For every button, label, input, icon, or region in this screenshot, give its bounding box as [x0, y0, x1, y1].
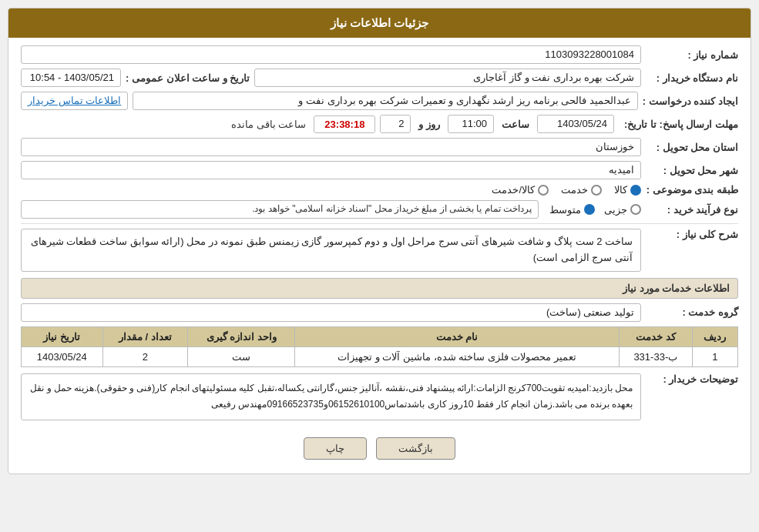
divider-1	[21, 223, 738, 224]
tarikh-elan-value: 1403/05/21 - 10:54	[21, 69, 121, 87]
tabaqe-option-kala-khedmat[interactable]: کالا/خدمت	[492, 184, 549, 196]
mohlat-roz-value: 2	[380, 115, 411, 133]
mohlat-saat-value: 11:00	[448, 115, 494, 133]
tozihat-label: توضیحات خریدار :	[646, 373, 738, 385]
ij-konande-link[interactable]: اطلاعات تماس خریدار	[21, 92, 128, 110]
countdown-box: 23:38:18	[314, 115, 375, 133]
mohlat-date: 1403/05/24	[537, 115, 614, 133]
col-radif: ردیف	[692, 326, 737, 346]
tabaqe-label-kala: کالا	[614, 184, 627, 196]
noe-desc: پرداخت تمام یا بخشی از مبلغ خریداز محل "…	[21, 200, 539, 219]
mohlat-roz-label: روز و	[418, 119, 440, 130]
mohlat-label: مهلت ارسال پاسخ: تا تاریخ:	[619, 119, 738, 130]
tabaqe-option-kala[interactable]: کالا	[614, 184, 641, 196]
ij-konande-label: ایجاد کننده درخواست :	[643, 95, 738, 107]
tabaqe-radio-group: کالا خدمت کالا/خدمت	[21, 184, 641, 196]
tozihat-value: محل بازدید:امیدیه تقویت700کرنج الزامات:ا…	[21, 373, 641, 420]
remaining-label: ساعت باقی مانده	[231, 119, 306, 130]
services-table: ردیف کد خدمت نام خدمت واحد اندازه گیری ت…	[21, 326, 738, 367]
table-cell-2: تعمیر محصولات فلزی ساخته شده، ماشین آلات…	[295, 346, 620, 366]
tabaqe-label: طبقه بندی موضوعی :	[646, 184, 738, 196]
table-cell-5: 1403/05/24	[22, 346, 103, 366]
print-button[interactable]: چاپ	[304, 437, 367, 460]
tabaqe-radio-kala	[630, 185, 641, 196]
col-tarikh: تاریخ نیاز	[22, 326, 103, 346]
col-vahed: واحد اندازه گیری	[188, 326, 295, 346]
goroh-label: گروه خدمت :	[646, 306, 738, 318]
noe-label-motavas: متوسط	[549, 204, 581, 216]
tabaqe-label-kala-khedmat: کالا/خدمت	[492, 184, 535, 196]
noe-praind-radio-group: جزیی متوسط	[549, 204, 641, 216]
tabaqe-label-khedmat: خدمت	[561, 184, 588, 196]
col-kod: کد خدمت	[619, 326, 692, 346]
nam-dastgah-value: شرکت بهره برداری نفت و گاز آغاجاری	[254, 69, 641, 87]
ij-konande-value: عبدالحمید فالحی برنامه ریز ارشد نگهداری …	[133, 92, 638, 110]
ostan-label: استان محل تحویل :	[646, 142, 738, 153]
noe-radio-jozi	[630, 204, 641, 215]
noe-option-jozi[interactable]: جزیی	[604, 204, 641, 216]
shomara-niaz-value: 1103093228001084	[21, 45, 641, 64]
noe-label-jozi: جزیی	[604, 204, 627, 216]
table-cell-4: 2	[102, 346, 187, 366]
tabaqe-radio-khedmat	[591, 185, 602, 196]
goroh-value: تولید صنعتی (ساخت)	[21, 303, 641, 322]
noe-praind-label: نوع فرآیند خرید :	[646, 204, 738, 216]
sharh-value: ساخت 2 ست پلاگ و شافت شیرهای آنتی سرج مر…	[21, 229, 641, 272]
shomara-niaz-label: شماره نیاز :	[646, 49, 738, 61]
noe-radio-motavas	[584, 204, 595, 215]
table-cell-3: ست	[188, 346, 295, 366]
button-row: بازگشت چاپ	[21, 431, 738, 466]
tabaqe-option-khedmat[interactable]: خدمت	[561, 184, 602, 196]
mohlat-saat-label: ساعت	[502, 119, 529, 130]
service-section-title: اطلاعات خدمات مورد نیاز	[21, 278, 738, 299]
page-title: جزئیات اطلاعات نیاز	[331, 16, 428, 29]
back-button[interactable]: بازگشت	[376, 437, 455, 460]
tabaqe-radio-kala-khedmat	[538, 185, 549, 196]
table-cell-1: ب-33-331	[619, 346, 692, 366]
page-header: جزئیات اطلاعات نیاز	[8, 8, 751, 38]
col-nam: نام خدمت	[295, 326, 620, 346]
table-row: 1ب-33-331تعمیر محصولات فلزی ساخته شده، م…	[22, 346, 738, 366]
tarikh-elan-label: تاریخ و ساعت اعلان عمومی :	[126, 72, 250, 84]
noe-option-motavas[interactable]: متوسط	[549, 204, 595, 216]
col-tedad: تعداد / مقدار	[102, 326, 187, 346]
table-cell-0: 1	[692, 346, 737, 366]
shahr-label: شهر محل تحویل :	[646, 165, 738, 176]
nam-dastgah-label: نام دستگاه خریدار :	[646, 72, 738, 84]
shahr-value: امیدیه	[21, 161, 641, 179]
sharh-label: شرح کلی نیاز :	[646, 229, 738, 240]
ostan-value: خوزستان	[21, 138, 641, 156]
